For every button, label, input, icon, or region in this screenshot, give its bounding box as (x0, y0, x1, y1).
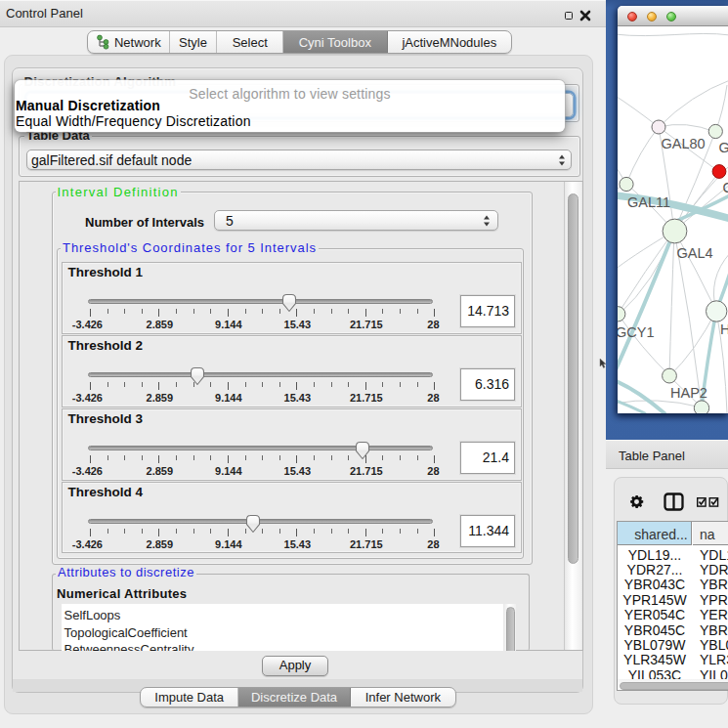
svg-text:C: C (723, 180, 728, 195)
svg-text:GAL80: GAL80 (662, 136, 706, 151)
svg-text:GCY1: GCY1 (618, 324, 655, 340)
svg-text:HAP2: HAP2 (670, 385, 707, 401)
svg-text:GAL4: GAL4 (677, 245, 713, 261)
svg-text:HIS: HIS (720, 321, 728, 337)
svg-text:GAL11: GAL11 (627, 194, 670, 210)
svg-text:GAL: GAL (719, 140, 728, 155)
